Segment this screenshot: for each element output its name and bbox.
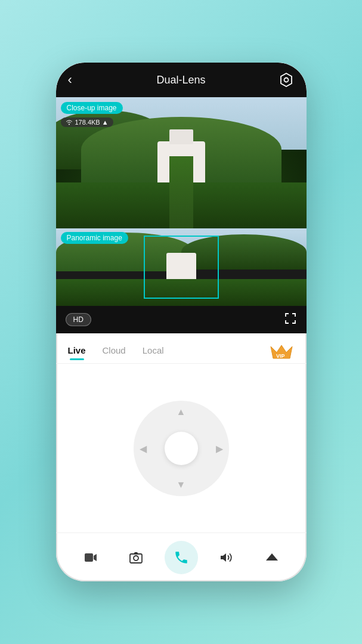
svg-point-6 (134, 556, 138, 561)
phone-icon (174, 550, 189, 565)
svg-marker-8 (266, 553, 278, 561)
volume-button[interactable] (210, 541, 243, 574)
svg-point-1 (284, 78, 289, 82)
record-icon (83, 550, 98, 565)
svg-marker-0 (281, 73, 292, 86)
volume-icon (219, 550, 234, 565)
tab-cloud[interactable]: Cloud (103, 345, 126, 360)
tab-local[interactable]: Local (143, 345, 164, 360)
closeup-section: Close-up image 178.4KB ▲ (56, 97, 307, 228)
settings-icon (279, 72, 294, 88)
wifi-icon (66, 119, 73, 126)
dpad-center-button[interactable] (165, 432, 198, 465)
panoramic-section: Panoramic image (56, 228, 307, 306)
chevron-up-icon (265, 550, 279, 565)
tabs-section: Live Cloud Local VIP (56, 333, 307, 364)
svg-marker-7 (221, 553, 226, 562)
vip-button[interactable]: VIP (268, 342, 295, 363)
hd-badge[interactable]: HD (66, 313, 91, 326)
wifi-badge: 178.4KB ▲ (61, 117, 113, 127)
pan-selection-box (144, 236, 219, 299)
back-button[interactable]: ‹ (68, 72, 89, 88)
settings-button[interactable] (273, 72, 294, 88)
bottom-toolbar (56, 532, 307, 581)
directional-pad: ▲ ▼ ◀ ▶ (134, 401, 229, 496)
panoramic-label: Panoramic image (61, 232, 128, 244)
video-bottom-bar: HD (56, 306, 307, 333)
phone-frame: ‹ Dual-Lens Close-up image 178.4KB ▲ (56, 63, 307, 581)
camera-icon (129, 550, 143, 565)
dpad-down-button[interactable]: ▼ (177, 479, 186, 490)
video-container: Close-up image 178.4KB ▲ Panor (56, 97, 307, 333)
record-button[interactable] (74, 541, 107, 574)
wifi-size: 178.4KB ▲ (75, 119, 109, 126)
header-bar: ‹ Dual-Lens (56, 63, 307, 97)
page-title: Dual-Lens (156, 74, 205, 86)
closeup-label: Close-up image (61, 102, 123, 114)
tabs-row: Live Cloud Local VIP (68, 333, 295, 363)
controls-section: ▲ ▼ ◀ ▶ (56, 364, 307, 532)
tab-live[interactable]: Live (68, 345, 86, 360)
closeup-image (56, 97, 307, 228)
fullscreen-button[interactable] (284, 312, 297, 328)
snapshot-button[interactable] (119, 541, 153, 574)
dpad-up-button[interactable]: ▲ (177, 407, 186, 417)
dpad-right-button[interactable]: ▶ (216, 442, 223, 454)
svg-marker-4 (94, 554, 97, 561)
call-button[interactable] (165, 541, 198, 574)
more-button[interactable] (255, 541, 289, 574)
dpad-left-button[interactable]: ◀ (140, 442, 147, 454)
svg-text:VIP: VIP (276, 353, 285, 359)
svg-rect-3 (85, 553, 93, 562)
